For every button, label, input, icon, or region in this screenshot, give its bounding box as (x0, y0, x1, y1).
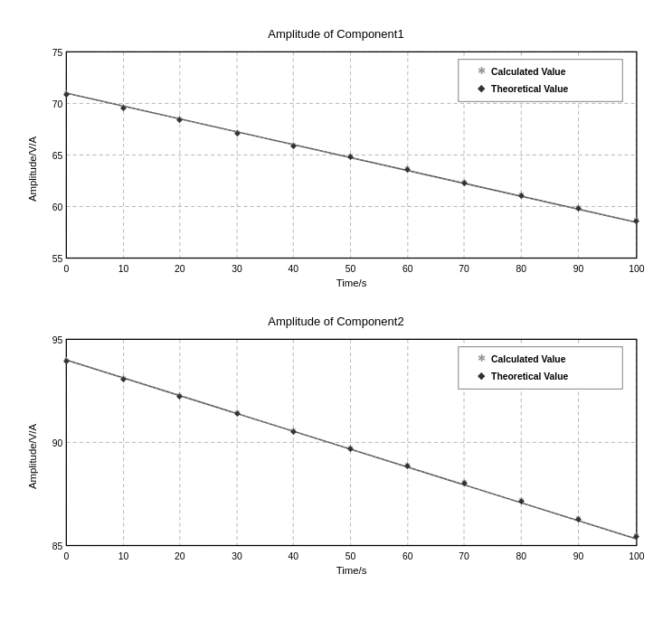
chart2-wrapper: Amplitude of Component2 Amplitude/V/A (11, 315, 662, 595)
svg-text:70: 70 (52, 99, 62, 108)
svg-text:30: 30 (232, 264, 242, 274)
svg-text:◆: ◆ (404, 461, 411, 470)
svg-text:55: 55 (52, 253, 62, 263)
svg-text:50: 50 (345, 264, 355, 274)
chart1-svg: Amplitude/V/A (11, 42, 662, 296)
svg-text:Time/s: Time/s (336, 564, 366, 575)
chart1-wrapper: Amplitude of Component1 Amplitude/V/A (11, 27, 662, 307)
svg-text:◆: ◆ (477, 81, 485, 92)
svg-text:◆: ◆ (477, 369, 485, 380)
svg-text:0: 0 (63, 551, 69, 561)
svg-text:10: 10 (118, 264, 128, 274)
svg-text:80: 80 (516, 264, 526, 274)
svg-text:40: 40 (288, 264, 298, 274)
svg-text:◆: ◆ (347, 151, 354, 160)
svg-text:60: 60 (402, 551, 413, 561)
svg-text:100: 100 (629, 264, 645, 274)
chart2-title: Amplitude of Component2 (11, 315, 662, 328)
svg-text:Calculated Value: Calculated Value (491, 67, 566, 77)
svg-text:Calculated Value: Calculated Value (491, 354, 566, 364)
svg-text:70: 70 (459, 551, 469, 561)
svg-text:◆: ◆ (517, 191, 524, 200)
svg-text:◆: ◆ (289, 141, 296, 150)
svg-text:Amplitude/V/A: Amplitude/V/A (27, 423, 38, 489)
svg-text:◆: ◆ (575, 202, 582, 212)
svg-text:◆: ◆ (120, 374, 127, 383)
svg-text:◆: ◆ (404, 165, 411, 174)
svg-text:70: 70 (459, 264, 469, 274)
svg-text:◆: ◆ (233, 127, 240, 136)
svg-text:Time/s: Time/s (336, 277, 366, 287)
svg-text:90: 90 (52, 438, 62, 447)
charts-container: Amplitude of Component1 Amplitude/V/A (11, 27, 662, 595)
chart2-area: Amplitude/V/A 95 (11, 330, 662, 583)
svg-text:◆: ◆ (633, 532, 639, 541)
svg-text:Theoretical Value: Theoretical Value (491, 371, 568, 381)
svg-text:Theoretical Value: Theoretical Value (491, 83, 568, 93)
chart1-title: Amplitude of Component1 (11, 27, 662, 41)
svg-text:◆: ◆ (575, 513, 582, 522)
svg-text:100: 100 (629, 551, 645, 561)
svg-text:60: 60 (52, 202, 62, 212)
svg-text:◆: ◆ (517, 495, 524, 504)
svg-text:30: 30 (232, 551, 242, 561)
svg-text:20: 20 (175, 264, 185, 274)
svg-text:◆: ◆ (460, 177, 467, 186)
chart1-area: Amplitude/V/A (11, 42, 662, 296)
svg-text:◆: ◆ (289, 427, 296, 436)
svg-text:◆: ◆ (120, 102, 127, 111)
svg-text:◆: ◆ (62, 356, 69, 365)
svg-text:40: 40 (288, 551, 298, 561)
svg-text:60: 60 (402, 264, 413, 274)
svg-text:85: 85 (52, 541, 62, 550)
svg-text:80: 80 (516, 551, 526, 561)
svg-text:90: 90 (573, 551, 583, 561)
svg-text:◆: ◆ (176, 390, 183, 400)
svg-text:50: 50 (345, 551, 355, 561)
svg-text:20: 20 (175, 551, 185, 561)
svg-text:◆: ◆ (460, 478, 467, 487)
svg-text:◆: ◆ (176, 115, 183, 124)
svg-text:0: 0 (63, 264, 69, 274)
chart2-svg: Amplitude/V/A 95 (11, 330, 662, 583)
svg-text:75: 75 (52, 47, 62, 57)
svg-text:✱: ✱ (477, 65, 485, 76)
svg-text:◆: ◆ (633, 216, 639, 225)
svg-text:✱: ✱ (477, 353, 485, 363)
svg-text:◆: ◆ (62, 89, 69, 99)
svg-text:◆: ◆ (233, 409, 240, 418)
svg-text:Amplitude/V/A: Amplitude/V/A (27, 136, 38, 202)
svg-text:90: 90 (573, 264, 583, 274)
svg-text:65: 65 (52, 150, 62, 160)
svg-text:95: 95 (52, 334, 62, 344)
svg-text:10: 10 (118, 551, 128, 561)
svg-text:◆: ◆ (347, 443, 354, 452)
